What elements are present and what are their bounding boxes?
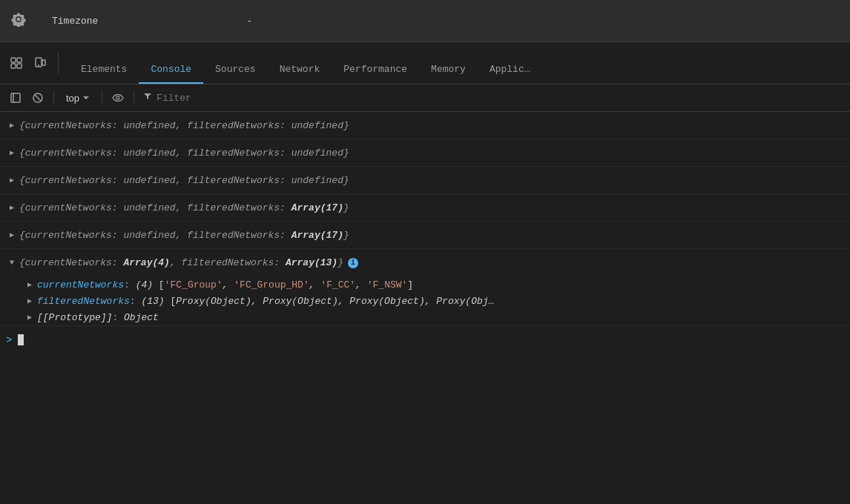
svg-rect-5 xyxy=(42,60,45,65)
console-row-1[interactable]: {currentNetworks: undefined, filteredNet… xyxy=(0,112,850,139)
tab-separator xyxy=(58,52,59,74)
expand-arrow-3[interactable] xyxy=(6,174,18,186)
svg-rect-2 xyxy=(11,64,16,68)
timezone-label: Timezone xyxy=(52,16,98,27)
expand-arrow-2[interactable] xyxy=(6,147,18,159)
inspector-icon[interactable] xyxy=(6,53,27,73)
timezone-row: Timezone - xyxy=(52,16,252,27)
svg-line-10 xyxy=(35,95,42,102)
expand-arrow-4[interactable] xyxy=(6,202,18,213)
context-label: top xyxy=(66,93,79,104)
tab-icons xyxy=(0,42,69,84)
svg-point-11 xyxy=(116,96,119,99)
svg-rect-3 xyxy=(17,64,22,68)
expand-arrow-5[interactable] xyxy=(6,229,18,241)
eye-icon[interactable] xyxy=(108,88,128,107)
tab-memory[interactable]: Memory xyxy=(419,42,478,84)
tab-application[interactable]: Applic… xyxy=(478,42,542,84)
console-row-5[interactable]: {currentNetworks: undefined, filteredNet… xyxy=(0,222,850,249)
tab-performance[interactable]: Performance xyxy=(332,42,419,84)
svg-rect-0 xyxy=(11,58,16,62)
toolbar-separator-2 xyxy=(102,90,102,105)
child-expand-arrow-2[interactable] xyxy=(24,295,36,307)
top-bar: Timezone - xyxy=(0,0,850,42)
child-row-current-networks[interactable]: currentNetworks: (4) ['FC_Group', 'FC_Gr… xyxy=(0,276,850,293)
child-expand-arrow-3[interactable] xyxy=(24,311,36,323)
info-badge: i xyxy=(348,258,358,268)
svg-rect-1 xyxy=(17,58,22,62)
console-row-3[interactable]: {currentNetworks: undefined, filteredNet… xyxy=(0,167,850,194)
toolbar-separator xyxy=(53,90,54,105)
tab-elements[interactable]: Elements xyxy=(69,42,139,84)
toolbar-separator-3 xyxy=(134,90,134,105)
console-input-row[interactable]: > xyxy=(0,326,850,354)
filter-icon xyxy=(143,92,152,104)
sidebar-toggle-button[interactable] xyxy=(6,88,25,107)
filter-area xyxy=(143,92,844,104)
tab-sources[interactable]: Sources xyxy=(203,42,268,84)
child-row-filtered-networks[interactable]: filteredNetworks: (13) [Proxy(Object), P… xyxy=(0,293,850,309)
child-expand-arrow-1[interactable] xyxy=(24,279,36,291)
child-row-prototype[interactable]: [[Prototype]]: Object xyxy=(0,309,850,325)
gear-icon[interactable] xyxy=(11,12,26,30)
console-row-2[interactable]: {currentNetworks: undefined, filteredNet… xyxy=(0,139,850,167)
devtools-tabs: Elements Console Sources Network Perform… xyxy=(0,42,850,84)
filter-input[interactable] xyxy=(157,93,844,104)
device-icon[interactable] xyxy=(30,53,50,73)
console-cursor xyxy=(18,334,24,345)
input-prompt: > xyxy=(6,334,12,346)
tab-console[interactable]: Console xyxy=(139,42,203,84)
timezone-value: - xyxy=(246,16,252,27)
expanded-header[interactable]: {currentNetworks: Array(4), filteredNetw… xyxy=(0,249,850,276)
toolbar: top xyxy=(0,84,850,112)
tab-network[interactable]: Network xyxy=(268,42,332,84)
context-selector[interactable]: top xyxy=(60,91,96,105)
expanded-section: {currentNetworks: Array(4), filteredNetw… xyxy=(0,249,850,326)
clear-console-button[interactable] xyxy=(28,88,47,107)
console-row-4[interactable]: {currentNetworks: undefined, filteredNet… xyxy=(0,194,850,222)
expand-arrow-1[interactable] xyxy=(6,119,18,131)
svg-rect-7 xyxy=(11,93,20,102)
console-output: {currentNetworks: undefined, filteredNet… xyxy=(0,112,850,504)
collapse-arrow[interactable] xyxy=(6,257,18,269)
